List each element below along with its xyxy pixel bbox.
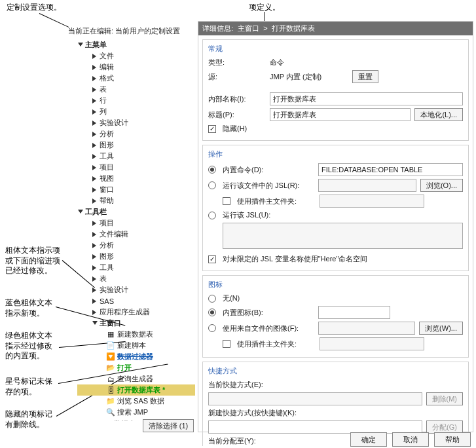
tree-newscript[interactable]: 📄新建脚本 [77, 340, 195, 351]
builtinicon-combo[interactable] [318, 306, 390, 319]
tree-item[interactable]: 格式 [77, 73, 195, 84]
collapse-icon[interactable] [106, 420, 113, 421]
tree-searchjmp[interactable]: 🔍搜索 JMP [77, 407, 195, 418]
tree-item[interactable]: 文件 [77, 50, 195, 62]
addin-input[interactable] [320, 195, 424, 208]
collapse-icon[interactable] [92, 276, 98, 282]
tree-newtable[interactable]: ▦新建数据表 [77, 329, 195, 340]
svg-marker-18 [92, 243, 96, 248]
collapse-icon[interactable] [92, 265, 98, 271]
collapse-icon[interactable] [92, 153, 98, 160]
expand-icon[interactable] [77, 42, 84, 48]
tree-item[interactable]: 文件编辑 [77, 229, 195, 240]
collapse-icon[interactable] [92, 131, 98, 138]
noicon-radio[interactable] [208, 295, 216, 303]
collapse-icon[interactable] [92, 298, 98, 305]
tree-item[interactable]: 实验设计 [77, 284, 195, 295]
builtin-combo[interactable]: FILE:DATABASE:OPEN TABLE [318, 163, 463, 176]
tree-item[interactable]: 项目 [77, 217, 195, 229]
useaddin-checkbox[interactable] [223, 197, 230, 205]
collapse-icon[interactable] [92, 231, 98, 238]
useaddin-label: 使用插件主文件夹: [237, 196, 316, 206]
expand-icon[interactable] [77, 209, 84, 215]
collapse-icon[interactable] [92, 220, 98, 227]
tree-opendb[interactable]: 🗄打开数据库表 * [77, 384, 195, 396]
cancel-button[interactable]: 取消 [392, 432, 429, 447]
tree-item[interactable]: 工具 [77, 262, 195, 273]
tree-main-menu[interactable]: 主菜单 [77, 39, 195, 50]
collapse-icon[interactable] [92, 75, 98, 82]
svg-marker-21 [92, 276, 96, 282]
help-button[interactable]: 帮助 [434, 432, 471, 447]
collapse-icon[interactable] [92, 198, 98, 204]
tree-item[interactable]: 应用程序生成器 [77, 307, 195, 318]
assign-button[interactable]: 分配(G) [426, 420, 463, 434]
collapse-icon[interactable] [92, 187, 98, 193]
tree-item[interactable]: SAS [77, 295, 195, 307]
tree-item[interactable]: 分析 [77, 240, 195, 251]
delete-button[interactable]: 删除(M) [426, 392, 464, 405]
title-label: 标题(P): [208, 110, 266, 120]
panel-title-general: 常规 [208, 44, 463, 54]
collapse-icon[interactable] [92, 242, 98, 249]
tree-item[interactable]: 表 [77, 84, 195, 95]
collapse-icon[interactable] [92, 287, 98, 293]
tree-item[interactable]: 分析 [77, 128, 195, 140]
scope-checkbox[interactable] [208, 255, 216, 263]
jslfile-input[interactable] [318, 179, 416, 192]
ok-button[interactable]: 确定 [350, 432, 387, 447]
browse-button[interactable]: 浏览(O)... [420, 179, 463, 192]
collapse-icon[interactable] [92, 309, 98, 316]
runjsl-radio[interactable] [208, 181, 216, 189]
tree-item[interactable]: 实验设计 [77, 117, 195, 128]
hide-checkbox[interactable] [208, 125, 216, 133]
tree-browsesas[interactable]: 📁浏览 SAS 数据 [77, 396, 195, 407]
tree-item[interactable]: 窗口 [77, 184, 195, 195]
tree-item[interactable]: 列 [77, 106, 195, 117]
collapse-icon[interactable] [92, 176, 98, 182]
tree-toolbar[interactable]: 工具栏 [77, 206, 195, 217]
collapse-icon[interactable] [92, 86, 98, 93]
localize-button[interactable]: 本地化(L)... [414, 108, 463, 121]
collapse-icon[interactable] [92, 253, 98, 260]
iname-input[interactable]: 打开数据库表 [270, 92, 463, 105]
useaddin2-checkbox[interactable] [223, 340, 230, 348]
tree-open[interactable]: 📂打开 [77, 362, 195, 373]
tree-item[interactable]: 项目 [77, 162, 195, 173]
fileicon-radio[interactable] [208, 324, 216, 332]
runjsl2-radio[interactable] [208, 212, 216, 219]
collapse-icon[interactable] [92, 109, 98, 115]
clear-selection-button[interactable]: 清除选择 (1) [143, 419, 194, 432]
curshort-input[interactable] [208, 392, 422, 405]
collapse-icon[interactable] [92, 164, 98, 171]
newshort-input[interactable] [208, 420, 422, 434]
folder-icon: 📂 [106, 364, 115, 373]
expand-icon[interactable] [92, 320, 98, 327]
tree-item[interactable]: 图形 [77, 140, 195, 151]
tree-item[interactable]: 工具 [77, 151, 195, 162]
tree-item[interactable]: 视图 [77, 173, 195, 184]
fileicon-input[interactable] [318, 322, 415, 335]
tree-mainwin[interactable]: 主窗口 [77, 318, 195, 329]
tree-querybuilder[interactable]: 🗂查询生成器 [77, 373, 195, 384]
tree-item[interactable]: 编辑 [77, 62, 195, 73]
collapse-icon[interactable] [92, 120, 98, 126]
reset-button[interactable]: 重置 [352, 70, 378, 83]
collapse-icon[interactable] [92, 64, 98, 71]
tree-item[interactable]: 行 [77, 95, 195, 106]
browse2-button[interactable]: 浏览(W)... [419, 322, 463, 335]
title-input[interactable]: 打开数据库表 [270, 108, 411, 121]
tree-item[interactable]: 图形 [77, 251, 195, 262]
collapse-icon[interactable] [92, 98, 98, 104]
jsl-textarea[interactable] [223, 223, 463, 249]
builtinicon-radio[interactable] [208, 308, 216, 316]
svg-marker-23 [92, 299, 96, 304]
addin2-input[interactable] [320, 337, 424, 350]
tree-item[interactable]: 表 [77, 273, 195, 284]
tree-view[interactable]: 主菜单 文件编辑格式表行列实验设计分析图形工具项目视图窗口帮助 工具栏 项目文件… [77, 39, 195, 420]
collapse-icon[interactable] [92, 53, 98, 60]
collapse-icon[interactable] [92, 142, 98, 149]
tree-datafilter[interactable]: 🔽数据过滤器 [77, 351, 195, 362]
builtin-radio[interactable] [208, 166, 216, 174]
tree-item[interactable]: 帮助 [77, 195, 195, 206]
